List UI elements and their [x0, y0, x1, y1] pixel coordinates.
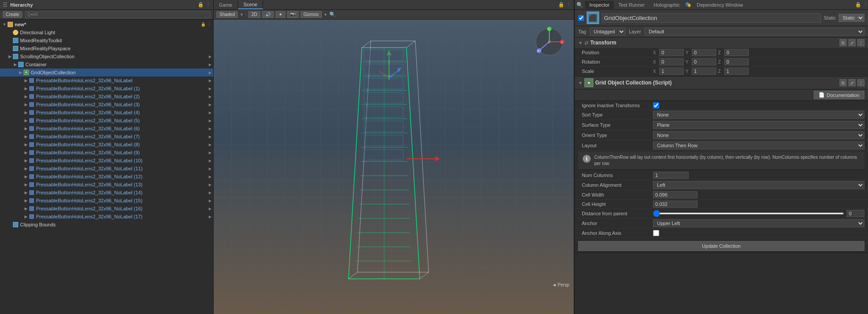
scene-viewport[interactable]: Y X Z [214, 20, 574, 314]
2d-button[interactable]: 2D [248, 11, 260, 18]
tree-icon-btn1 [28, 85, 35, 92]
cell-width-input[interactable] [653, 191, 698, 198]
cell-height-input[interactable] [653, 201, 698, 208]
scene-background: Y X Z [214, 20, 574, 314]
num-columns-input[interactable] [653, 172, 689, 179]
rot-x-label: X [653, 60, 658, 64]
tree-item-grid-object-collection[interactable]: ▶✦GridObjectCollection▶ [0, 68, 213, 76]
tree-item-btn13[interactable]: ▶PressableButtonHoloLens2_32x96_NoLabel … [0, 181, 213, 189]
transform-menu-icon[interactable]: ⋮ [857, 39, 864, 46]
tree-item-scrolling-object-collection[interactable]: ▶ScrollingObjectCollection▶ [0, 52, 213, 60]
tree-item-btn9[interactable]: ▶PressableButtonHoloLens2_32x96_NoLabel … [0, 149, 213, 157]
tree-item-container[interactable]: ▶Container▶ [0, 60, 213, 68]
transform-copy-icon[interactable]: ⎘ [840, 39, 847, 46]
tree-item-btn4[interactable]: ▶PressableButtonHoloLens2_32x96_NoLabel … [0, 109, 213, 117]
object-name-field[interactable] [602, 13, 821, 23]
tree-arrow-btn15: ▶ [23, 198, 28, 203]
tree-icon-btn6 [28, 125, 35, 132]
create-button[interactable]: Create [3, 11, 22, 18]
sort-type-dropdown[interactable]: None [653, 111, 864, 119]
tree-item-mixed-reality-toolkit[interactable]: MixedRealityToolkit [0, 36, 213, 44]
scene-arrow: ▼ [2, 22, 7, 27]
rotation-x-input[interactable] [659, 58, 684, 65]
scene-root[interactable]: ▼ new* 🔒 ⋮ [0, 20, 213, 28]
effects-button[interactable]: ✦ [276, 11, 285, 18]
tree-icon-btn16 [28, 205, 35, 212]
hierarchy-title: Hierarchy [10, 2, 33, 8]
tree-item-btn15[interactable]: ▶PressableButtonHoloLens2_32x96_NoLabel … [0, 197, 213, 205]
documentation-button[interactable]: 📄 Documentation [814, 91, 864, 99]
rotation-z-input[interactable] [724, 58, 749, 65]
tree-item-btn5[interactable]: ▶PressableButtonHoloLens2_32x96_NoLabel … [0, 117, 213, 125]
surface-type-dropdown[interactable]: Plane [653, 121, 864, 129]
position-x-input[interactable] [659, 49, 684, 56]
static-dropdown[interactable]: Static [839, 14, 864, 22]
layout-dropdown[interactable]: Column Then Row [653, 141, 864, 149]
shaded-button[interactable]: Shaded [216, 11, 238, 18]
tree-label-container: Container [25, 62, 209, 67]
tree-item-btn17[interactable]: ▶PressableButtonHoloLens2_32x96_NoLabel … [0, 213, 213, 221]
tree-item-btn11[interactable]: ▶PressableButtonHoloLens2_32x96_NoLabel … [0, 165, 213, 173]
tree-item-btn2[interactable]: ▶PressableButtonHoloLens2_32x96_NoLabel … [0, 93, 213, 101]
script-copy-icon[interactable]: ⎘ [840, 79, 847, 86]
gizmos-button[interactable]: Gizmos [300, 11, 322, 18]
scale-x-input[interactable] [659, 68, 684, 75]
tree-item-btn10[interactable]: ▶PressableButtonHoloLens2_32x96_NoLabel … [0, 157, 213, 165]
tree-item-clipping-bounds[interactable]: Clipping Bounds [0, 221, 213, 229]
tree-expand-btn6: ▶ [209, 127, 211, 131]
tab-inspector[interactable]: Inspector [585, 1, 614, 9]
scene-panel: Game Scene 🔒 ⋮ Shaded ▼ | 2D 🔊 ✦ 📷 Gizmo… [214, 0, 574, 314]
tree-item-btn8[interactable]: ▶PressableButtonHoloLens2_32x96_NoLabel … [0, 141, 213, 149]
orient-type-label: Orient Type [582, 133, 653, 138]
tree-item-btn6[interactable]: ▶PressableButtonHoloLens2_32x96_NoLabel … [0, 125, 213, 133]
layer-dropdown[interactable]: Default [645, 28, 864, 36]
position-row: Position X Y Z [575, 48, 868, 57]
tree-item-btn16[interactable]: ▶PressableButtonHoloLens2_32x96_NoLabel … [0, 205, 213, 213]
tree-item-btn12[interactable]: ▶PressableButtonHoloLens2_32x96_NoLabel … [0, 173, 213, 181]
anchor-dropdown[interactable]: Upper Left [653, 219, 864, 227]
tree-item-btn1[interactable]: ▶PressableButtonHoloLens2_32x96_NoLabel … [0, 85, 213, 93]
position-z-input[interactable] [724, 49, 749, 56]
tag-dropdown[interactable]: Untagged [590, 28, 625, 36]
anchor-along-axis-label: Anchor Along Axis [582, 230, 653, 236]
svg-rect-47 [364, 149, 403, 160]
hierarchy-tree: ▼ new* 🔒 ⋮ Directional LightMixedReality… [0, 20, 213, 314]
rotation-y-input[interactable] [692, 58, 716, 65]
transform-expand-icon[interactable]: ⤢ [848, 39, 856, 46]
pos-y-label: Y [685, 50, 691, 55]
transform-header[interactable]: ▼ ⇄ Transform ⎘ ⤢ ⋮ [575, 37, 868, 48]
distance-input[interactable] [847, 210, 864, 217]
position-y-input[interactable] [692, 49, 716, 56]
camera-button[interactable]: 📷 [287, 11, 299, 18]
tree-item-btn14[interactable]: ▶PressableButtonHoloLens2_32x96_NoLabel … [0, 189, 213, 197]
anchor-along-axis-checkbox[interactable] [653, 230, 659, 236]
object-active-checkbox[interactable] [578, 15, 584, 21]
ignore-inactive-checkbox[interactable] [653, 102, 659, 109]
distance-slider[interactable] [653, 213, 844, 214]
tab-test-runner[interactable]: Test Runner [614, 1, 649, 9]
layout-label: Layout [582, 143, 653, 148]
column-alignment-dropdown[interactable]: Left [653, 181, 864, 189]
script-menu-icon[interactable]: ⋮ [857, 79, 864, 86]
tree-item-btn3[interactable]: ▶PressableButtonHoloLens2_32x96_NoLabel … [0, 101, 213, 109]
script-expand-icon[interactable]: ⤢ [848, 79, 856, 86]
scale-y-input[interactable] [692, 68, 716, 75]
tab-game[interactable]: Game [214, 1, 238, 9]
scale-z-input[interactable] [724, 68, 749, 75]
tab-dependency-window[interactable]: Dependency Window [692, 1, 747, 9]
script-header[interactable]: ▼ ✦ Grid Object Collection (Script) ⎘ ⤢ … [575, 76, 868, 89]
tab-scene[interactable]: Scene [238, 0, 263, 9]
tree-icon-btn8 [28, 141, 35, 148]
tree-label-btn14: PressableButtonHoloLens2_32x96_NoLabel (… [36, 190, 209, 195]
audio-button[interactable]: 🔊 [262, 11, 274, 18]
tab-holographic[interactable]: Holographic [649, 1, 685, 9]
distance-label: Distance from parent [582, 211, 653, 216]
hierarchy-search[interactable] [25, 11, 211, 18]
tree-item-btn7[interactable]: ▶PressableButtonHoloLens2_32x96_NoLabel … [0, 133, 213, 141]
update-collection-button[interactable]: Update Collection [578, 241, 864, 251]
tree-item-directional-light[interactable]: Directional Light [0, 28, 213, 36]
transform-expand-arrow: ▼ [578, 40, 583, 45]
orient-type-dropdown[interactable]: None [653, 131, 864, 139]
tree-item-btn0[interactable]: ▶PressableButtonHoloLens2_32x96_NoLabel▶ [0, 76, 213, 85]
tree-item-mixed-reality-playspace[interactable]: MixedRealityPlayspace [0, 44, 213, 52]
